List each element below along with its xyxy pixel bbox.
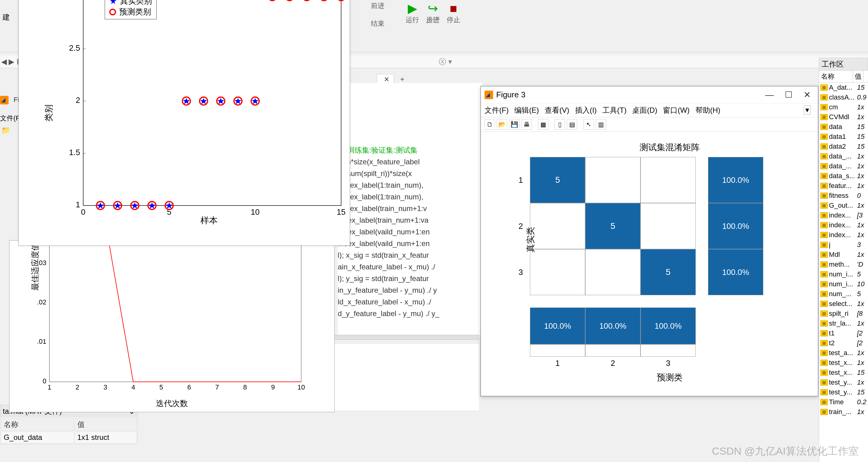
workspace-row[interactable]: ⊞train_...1x — [819, 407, 868, 417]
variable-icon: ⊞ — [820, 173, 828, 179]
workspace-row[interactable]: ⊞index...[3 — [819, 210, 868, 220]
legend-icon[interactable]: ▥ — [596, 119, 606, 129]
svg-text:0: 0 — [43, 377, 46, 385]
workspace-row[interactable]: ⊞data15 — [819, 122, 868, 132]
workspace-row[interactable]: ⊞test_y...15 — [819, 387, 868, 397]
confmat-col-summary: 100.0% — [641, 308, 696, 344]
workspace-row[interactable]: ⊞A_dat...15 — [819, 83, 868, 92]
workspace-row[interactable]: ⊞meth...'D — [819, 260, 868, 269]
var-name: test_x... — [829, 369, 857, 377]
figure-scatter-plot: 1 1.5 2 2.5 3 0 5 10 15 — [19, 0, 350, 246]
workspace-col-value[interactable]: 值 — [853, 71, 864, 82]
workspace-row[interactable]: ⊞index...1x — [819, 220, 868, 230]
workspace-row[interactable]: ⊞num_...5 — [819, 289, 868, 299]
workspace-row[interactable]: ⊞CVMdl1x — [819, 112, 868, 122]
svg-text:2: 2 — [75, 383, 79, 391]
menu-desktop[interactable]: 桌面(D) — [632, 106, 657, 114]
var-value: 5 — [857, 290, 868, 298]
editor-line: (index_label(1:train_num), — [338, 179, 482, 191]
new-figure-icon[interactable]: 🗋 — [485, 119, 495, 129]
forward-icon[interactable]: ▶ — [9, 57, 14, 66]
minimize-button[interactable]: — — [762, 89, 777, 101]
details-col-value[interactable]: 值 — [74, 418, 136, 431]
workspace-row[interactable]: ⊞num_i...10 — [819, 279, 868, 289]
workspace-row[interactable]: ⊞test_x...15 — [819, 368, 868, 378]
workspace-row[interactable]: ⊞t1[2 — [819, 328, 868, 338]
variable-icon: ⊞ — [820, 399, 828, 405]
variable-icon: ⊞ — [820, 370, 828, 376]
open-icon[interactable]: 📂 — [497, 119, 507, 129]
workspace-row[interactable]: ⊞test_a...1x — [819, 348, 868, 358]
svg-text:0.01: 0.01 — [37, 338, 46, 345]
details-col-name[interactable]: 名称 — [1, 418, 74, 431]
workspace-row[interactable]: ⊞test_y...1x — [819, 378, 868, 387]
menu-view[interactable]: 查看(V) — [545, 106, 569, 114]
workspace-row[interactable]: ⊞data_s...1x — [819, 171, 868, 181]
workspace-row[interactable]: ⊞spilt_ri[8 — [819, 309, 868, 319]
var-value: 1x — [857, 182, 868, 190]
maximize-button[interactable]: ☐ — [781, 88, 796, 101]
menu-insert[interactable]: 插入(I) — [575, 106, 597, 114]
workspace-row[interactable]: ⊞Time0.2 — [819, 397, 868, 407]
variable-icon: ⊞ — [820, 153, 828, 160]
workspace-row[interactable]: ⊞data_...1x — [819, 151, 868, 161]
workspace-header[interactable]: 工作区 — [819, 58, 868, 71]
workspace-row[interactable]: ⊞index...1x — [819, 230, 868, 240]
menu-tools[interactable]: 工具(T) — [602, 106, 627, 114]
var-name: fitness — [829, 192, 857, 200]
workspace-col-name[interactable]: 名称 — [819, 71, 853, 82]
rotate-icon[interactable]: ▯ — [555, 119, 565, 129]
workspace-row[interactable]: ⊞cm1x — [819, 102, 868, 112]
workspace-row[interactable]: ⊞str_la...1x — [819, 319, 868, 328]
variable-icon: ⊞ — [820, 143, 828, 150]
variable-icon: ⊞ — [820, 261, 828, 267]
workspace-row[interactable]: ⊞select...1x — [819, 299, 868, 309]
menu-dropdown-icon[interactable]: ▾ — [804, 105, 811, 115]
svg-text:0: 0 — [81, 207, 85, 216]
variable-icon: ⊞ — [820, 281, 828, 287]
workspace-row[interactable]: ⊞classA...0.9 — [819, 92, 868, 102]
workspace-row[interactable]: ⊞G_out...1x — [819, 201, 868, 210]
datatip-icon[interactable]: ▦ — [538, 119, 548, 129]
workspace-row[interactable]: ⊞fitness0 — [819, 191, 868, 201]
cursor-icon[interactable]: ↖ — [583, 119, 594, 129]
svg-text:0.02: 0.02 — [37, 298, 46, 306]
var-name: Mdl — [829, 251, 857, 259]
confmat-cell: 5 — [641, 249, 696, 295]
workspace-row[interactable]: ⊞data_...1x — [819, 161, 868, 171]
workspace-row[interactable]: ⊞t2[2 — [819, 338, 868, 348]
menu-edit[interactable]: 编辑(E) — [514, 106, 539, 114]
var-name: test_y... — [829, 378, 857, 386]
tab-close-icon[interactable]: ✕ — [384, 76, 389, 83]
menu-window[interactable]: 窗口(W) — [663, 106, 690, 114]
back-icon[interactable]: ◀ — [1, 57, 7, 66]
var-name: cm — [829, 103, 857, 111]
print-icon[interactable]: 🖶 — [521, 119, 532, 129]
workspace-row[interactable]: ⊞num_i...5 — [819, 269, 868, 279]
workspace-row[interactable]: ⊞test_x...1x — [819, 358, 868, 368]
workspace-row[interactable]: ⊞data215 — [819, 142, 868, 151]
workspace-row[interactable]: ⊞data115 — [819, 132, 868, 142]
var-name: index... — [829, 211, 857, 219]
y-axis-label: 类别 — [43, 105, 55, 122]
colorbar-icon[interactable]: ▤ — [567, 119, 577, 129]
details-row[interactable]: G_out_data1x1 struct — [1, 432, 136, 443]
end-partial[interactable]: 结束 — [368, 18, 387, 29]
forward-partial[interactable]: 前进 — [368, 0, 387, 12]
menu-help[interactable]: 帮助(H) — [695, 106, 720, 114]
workspace-row[interactable]: ⊞Mdl1x — [819, 250, 868, 260]
confmat-cell — [641, 203, 696, 249]
code-editor[interactable]: 例 训练集:验证集:测试集 _ri))*size(x_feature_label… — [338, 83, 482, 335]
workspace-row[interactable]: ⊞j3 — [819, 240, 868, 250]
figure3-titlebar[interactable]: Figure 3 — ☐ ✕ — [481, 86, 818, 104]
var-name: A_dat... — [829, 84, 857, 91]
confmat-col-summary: 100.0% — [585, 308, 641, 344]
folder-icon[interactable]: 📁 — [1, 126, 10, 135]
menu-file[interactable]: 文件(F) — [485, 106, 509, 114]
close-icon[interactable]: ⓧ ▾ — [439, 57, 452, 67]
close-button[interactable]: ✕ — [800, 88, 814, 101]
variable-icon: ⊞ — [820, 134, 828, 140]
save-icon[interactable]: 💾 — [509, 119, 520, 129]
variable-icon: ⊞ — [820, 124, 828, 130]
workspace-row[interactable]: ⊞featur...1x — [819, 181, 868, 191]
